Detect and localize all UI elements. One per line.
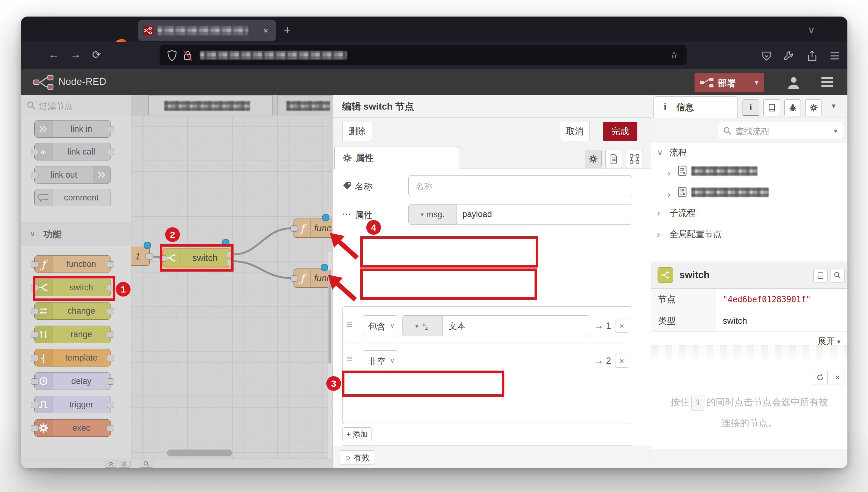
done-button[interactable]: 完成 xyxy=(603,122,637,141)
node-port[interactable] xyxy=(107,378,114,385)
extension-shield-icon[interactable] xyxy=(761,50,772,62)
palette-node-link-call[interactable]: link call xyxy=(34,143,111,161)
insecure-lock-icon[interactable] xyxy=(182,50,193,62)
deploy-caret-icon[interactable]: ▾ xyxy=(755,78,759,87)
sidebar-more-tabs-icon[interactable]: ▾ xyxy=(832,101,836,110)
node-port[interactable] xyxy=(107,331,114,338)
node-port[interactable] xyxy=(107,308,114,314)
rule-drag-handle[interactable]: ≡ xyxy=(346,353,352,365)
node-help-button[interactable] xyxy=(813,268,828,282)
node-port[interactable] xyxy=(31,378,39,385)
main-menu-icon[interactable] xyxy=(820,76,834,88)
new-tab-button[interactable]: + xyxy=(284,23,291,37)
property-input[interactable]: ▾ msg. payload xyxy=(408,204,632,225)
node-input-port[interactable] xyxy=(290,225,298,232)
rule2-delete-button[interactable]: × xyxy=(615,354,628,368)
node-search-button[interactable] xyxy=(830,268,845,282)
tab-properties[interactable]: 属性 xyxy=(334,146,459,169)
add-rule-button[interactable]: + 添加 xyxy=(342,427,372,441)
rule1-delete-button[interactable]: × xyxy=(615,319,628,333)
flows-chevron-icon[interactable]: ∨ xyxy=(657,148,663,157)
sidebar-config-button[interactable] xyxy=(805,99,822,116)
rule1-operator-select[interactable]: 包含 ∨ xyxy=(363,315,398,336)
bookmark-star-icon[interactable]: ☆ xyxy=(669,49,678,61)
sidebar-help-button[interactable] xyxy=(763,99,780,116)
palette-node-template[interactable]: { template xyxy=(34,349,111,367)
node-port[interactable] xyxy=(31,355,39,361)
global-config-chevron-icon[interactable]: › xyxy=(657,229,660,240)
canvas-search-button[interactable] xyxy=(140,460,153,468)
palette-node-delay[interactable]: delay xyxy=(34,372,111,390)
name-input[interactable]: 名称 xyxy=(408,175,632,196)
tree-flows-label[interactable]: 流程 xyxy=(669,147,687,158)
wrench-icon[interactable] xyxy=(784,50,795,62)
node-output-port[interactable] xyxy=(146,253,153,260)
palette-node-link-in[interactable]: link in xyxy=(34,120,111,138)
node-port[interactable] xyxy=(107,425,114,432)
node-port[interactable] xyxy=(31,331,39,338)
cancel-button[interactable]: 取消 xyxy=(560,122,590,141)
appearance-icon-button[interactable] xyxy=(626,150,643,168)
palette-node-link-out[interactable]: link out xyxy=(34,166,111,183)
tree-subflows-label[interactable]: 子流程 xyxy=(669,207,696,219)
node-port[interactable] xyxy=(107,261,114,268)
tree-global-config-label[interactable]: 全局配置节点 xyxy=(669,228,722,240)
share-icon[interactable] xyxy=(807,50,818,62)
canvas-node-function2[interactable]: ƒ function 2 xyxy=(294,219,332,238)
palette-node-change[interactable]: change xyxy=(34,302,111,320)
menu-hamburger-icon[interactable] xyxy=(829,51,840,60)
sidebar-info-button[interactable]: i xyxy=(743,99,759,116)
rule1-value-input[interactable]: ▾ az 文本 xyxy=(402,315,590,336)
node-port[interactable] xyxy=(31,308,39,314)
shield-icon[interactable] xyxy=(167,50,178,62)
palette-search[interactable]: 过滤节点 xyxy=(21,95,131,115)
deploy-button[interactable]: 部署 ▾ xyxy=(694,73,764,92)
back-icon[interactable]: ← xyxy=(48,48,59,60)
palette-node-exec[interactable]: exec xyxy=(34,419,111,437)
url-bar[interactable]: ☆ xyxy=(159,45,687,65)
description-icon-button[interactable] xyxy=(605,150,622,168)
user-icon[interactable] xyxy=(786,75,801,90)
subflows-chevron-icon[interactable]: › xyxy=(657,207,660,218)
canvas-horizontal-scrollbar-thumb[interactable] xyxy=(167,449,232,457)
enabled-toggle-button[interactable]: ○ 有效 xyxy=(340,450,375,465)
node-port[interactable] xyxy=(31,172,39,178)
tab-info[interactable]: i 信息 xyxy=(653,96,738,118)
sidebar-debug-button[interactable] xyxy=(784,99,801,116)
tab-close-icon[interactable]: × xyxy=(260,25,271,36)
flow-search-input[interactable]: 查找流程 ▾ xyxy=(718,122,844,139)
close-tip-button[interactable]: × xyxy=(830,370,845,385)
node-input-port[interactable] xyxy=(290,275,298,281)
browser-tab[interactable]: × xyxy=(138,20,276,41)
node-port[interactable] xyxy=(107,355,114,361)
rule1-value-type-button[interactable]: ▾ az xyxy=(402,316,443,336)
palette-node-trigger[interactable]: trigger xyxy=(34,396,111,413)
palette-section-function[interactable]: ∨ 功能 xyxy=(21,222,131,246)
reload-icon[interactable]: ⟳ xyxy=(92,48,101,61)
flow-name-censored[interactable] xyxy=(691,188,769,197)
refresh-tip-button[interactable] xyxy=(813,370,828,385)
flow-item-chevron-icon[interactable]: › xyxy=(668,168,671,178)
delete-button[interactable]: 删除 xyxy=(342,122,372,141)
node-port[interactable] xyxy=(107,149,114,155)
flow-item-chevron-icon[interactable]: › xyxy=(668,189,671,199)
node-port[interactable] xyxy=(31,402,39,408)
node-port[interactable] xyxy=(31,425,39,432)
node-port[interactable] xyxy=(31,261,39,268)
canvas-node-1[interactable]: 1 xyxy=(131,247,150,266)
palette-node-range[interactable]: range xyxy=(34,326,111,343)
property-type-button[interactable]: ▾ msg. xyxy=(409,204,457,224)
palette-collapse-all-button[interactable] xyxy=(105,460,117,468)
tab-list-chevron-icon[interactable]: ∨ xyxy=(808,24,815,36)
node-port[interactable] xyxy=(107,126,114,132)
rule-drag-handle[interactable]: ≡ xyxy=(346,318,352,330)
flow-name-censored[interactable] xyxy=(691,166,758,176)
flow-canvas[interactable]: 1 switch ƒ function 2 xyxy=(131,95,332,468)
rule2-operator-select[interactable]: 非空 ∨ xyxy=(363,350,398,371)
palette-node-function[interactable]: ƒ function xyxy=(34,255,111,273)
properties-icon-button[interactable] xyxy=(585,150,602,168)
node-port[interactable] xyxy=(107,402,114,408)
node-port[interactable] xyxy=(31,149,39,155)
palette-expand-all-button[interactable] xyxy=(118,460,130,468)
forward-icon[interactable]: → xyxy=(70,48,81,60)
